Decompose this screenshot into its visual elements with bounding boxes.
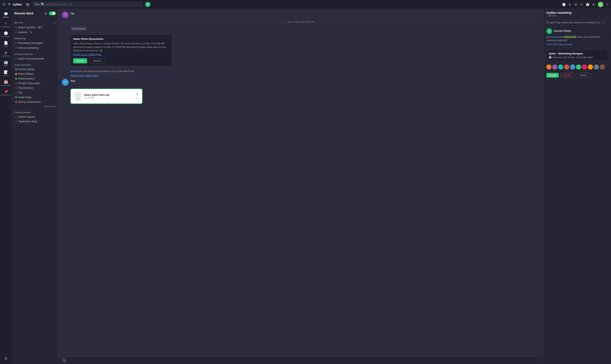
search-input[interactable] [46,3,141,6]
sidebar-item-rufus[interactable]: Rufus William [13,72,57,76]
accept-button[interactable]: Accept [73,58,87,63]
star-icon[interactable]: ★ [569,3,571,6]
sidebar-item-admin-support[interactable]: ⊙ Admin Support [13,115,57,119]
sidebar-item-marcus[interactable]: Marcus Zimmerman [13,100,57,104]
conversations-title: Conversations [12,109,58,115]
member-avatar [594,65,599,69]
sidebar-item-widgets[interactable]: ⊞ WIDGETS [1,49,11,58]
sidebar-item-development[interactable]: ⊙ Development [13,86,57,90]
sidebar-item-projects[interactable]: 📌 PROJECTS [1,88,11,97]
right-panel-message-preview: All right! I'll go ahead and schedule a … [543,19,611,26]
mention-text: @someone [546,36,558,38]
more-button[interactable]: + More... [576,73,591,78]
file-attachment-section: ZIP Sales pitch files.zip 12.29 MB ⬇ ↗ [62,87,540,105]
status-dot-green [15,78,17,79]
message-preview-text: All right! I'll go ahead and schedule a … [546,21,600,24]
announcements-section-title: Announcements [12,50,58,56]
sidebar-item-application-base[interactable]: ⊙ Application Base [13,119,57,124]
thread-link[interactable]: 1 more from a group thread [546,43,608,46]
sidebar-item-referral-marketing[interactable]: # referral-marketing [13,45,57,50]
decline-button[interactable]: Decline [561,73,574,78]
member-avatars [543,63,611,71]
meeting-invite-text: Hello Olivia Palmer, there's a change of… [73,42,169,52]
settings-icon[interactable]: ⚙ [3,355,9,362]
calendar-rail-icon: 📅 [4,80,8,84]
member-avatar [558,65,563,69]
sidebar-item-chats[interactable]: 💬 CHATS [1,11,11,20]
avatar: Y [62,79,69,86]
file-actions: ⬇ ↗ [136,92,139,100]
status-dot-green [15,68,17,70]
hash-icon: # [15,30,17,34]
message-content: You [70,79,540,83]
status-dot-red [15,101,17,103]
hash-icon: # [15,41,17,45]
main-layout: 💬 CHATS # CHANNELS 🕒 HISTORY 📄 FILES ⊞ W… [0,9,611,364]
team-members-title: Team members [12,61,58,67]
sidebar-item-emma[interactable]: Emma Cartner [13,67,57,72]
sidebar-item-calendar[interactable]: 📅 CALENDER [1,79,11,88]
calendar-icon[interactable]: 📅 [586,3,589,6]
mail-icon[interactable]: ✉ [580,3,583,6]
grid-icon[interactable]: ⊞ [592,3,595,6]
sidebar-item-notes[interactable]: 📝 NOTES [1,69,11,78]
my-pins-title: My Pins ••• [12,19,58,25]
file-name: Sales pitch files.zip [84,93,134,96]
app-name: Zylker [13,2,22,6]
sidebar-item-project-updates[interactable]: # project-updates : @Z... [13,25,57,30]
file-attachment-card: ZIP Sales pitch files.zip 12.29 MB ⬇ ↗ [70,89,143,104]
search-bar[interactable]: All ▾ 🔍 [32,1,143,7]
highlighted-text: finalized the [563,36,577,38]
sidebar-item-angie[interactable]: Angie Page [13,95,57,100]
meeting-card-title: Zyker - Marketing Designs [549,52,606,55]
meeting-link[interactable]: Project Comp_Sailing Pitch [73,53,101,56]
group-icon: ⊙ [15,82,17,85]
add-button[interactable]: + [145,2,150,7]
channel-name: #zylker-marketing [546,11,608,14]
pins-more-icon[interactable]: ••• [53,21,56,24]
camera-icon[interactable]: 📷 [26,3,29,6]
doc-link[interactable]: Project Comp_Selling Pitch [70,74,99,77]
decline-button[interactable]: Decline [90,58,105,63]
sidebar-item-marketing-campaigns[interactable]: # Marketing Campaigns [13,40,57,45]
sidebar: Remote Work 🖥 My Pins ••• # project-upda… [12,9,59,364]
attach-icon[interactable]: 📎 [62,358,66,362]
clock-icon[interactable]: 🕐 [562,3,566,6]
search-scope-dropdown[interactable]: All ▾ [35,3,39,6]
intro-label: Intro [601,21,605,24]
conversation-icon: ⊙ [15,120,17,123]
sidebar-item-product-discussion[interactable]: ⊙ Product Discussion [13,81,57,86]
sidebar-item-taz[interactable]: ⊙ Taz [13,90,57,95]
sidebar-item-gilbert[interactable]: Gilbert Bowers [13,76,57,81]
main-content: T Taz Mon, 15 Mar 2021 05:00 PM Asia/Kol… [59,9,611,364]
download-icon[interactable]: ⬇ [136,92,139,96]
projects-icon: 📌 [4,90,8,94]
timestamp-divider: Mon, 15 Mar 2021 05:00 PM [62,20,540,24]
show-more-button[interactable]: Show more [12,104,58,109]
sidebar-item-channels[interactable]: # CHANNELS [1,20,11,29]
accept-button[interactable]: Accept [546,73,559,78]
status-toggle[interactable] [49,12,56,15]
member-avatar [552,65,557,69]
meeting-time: 📅 Tomorrow (02:30 PM - 08:30 PM) GMT [549,56,606,59]
hash-icon: # [15,57,17,60]
message-sender: Taz [70,12,74,15]
meeting-invite-card: Sales Pitch Discussion Hello Olivia Palm… [70,35,172,66]
avatar[interactable]: U [598,2,603,7]
member-avatar [582,65,587,69]
at-icon[interactable]: @ [574,3,577,6]
group-icon: ⊙ [15,87,17,90]
sidebar-content: My Pins ••• # project-updates : @Z... # … [12,17,58,364]
apps-grid-icon[interactable]: ⠿ [606,3,609,6]
sidebar-item-zylker-announcements[interactable]: # Zylker-Announcements [13,56,57,61]
member-avatar [546,65,551,69]
menu-icon[interactable]: ☰ [2,2,5,6]
sidebar-item-files[interactable]: 📄 FILES [1,40,11,49]
share-icon[interactable]: ↗ [136,97,139,100]
sidebar-item-releases[interactable]: # releases 📎 [13,30,57,35]
member-avatar [588,65,593,69]
history-icon: 🕒 [4,31,8,35]
status-dot-yellow [15,73,17,75]
sidebar-item-org[interactable]: 🏢 ORG [1,59,11,68]
sidebar-item-history[interactable]: 🕒 HISTORY [1,30,11,39]
